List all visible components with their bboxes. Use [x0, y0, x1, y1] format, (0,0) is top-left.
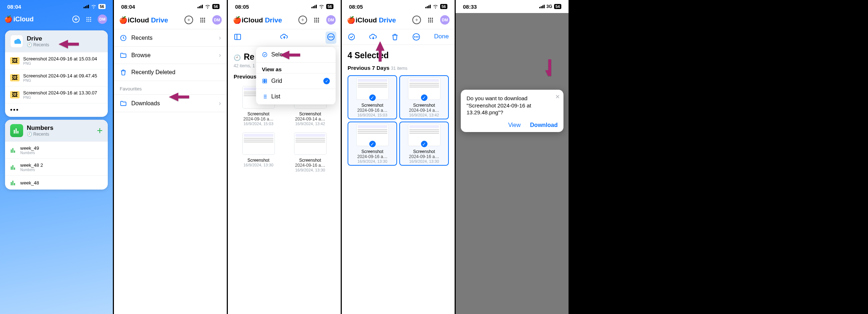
- wifi-icon: [91, 4, 97, 9]
- avatar[interactable]: DM: [440, 15, 450, 25]
- apps-grid-icon[interactable]: [314, 18, 319, 22]
- select-all-icon[interactable]: [348, 33, 356, 41]
- avatar[interactable]: DM: [98, 14, 107, 24]
- file-item-selected[interactable]: ✓Screenshot2024-09-16 a…16/9/2024, 13:30: [399, 122, 449, 166]
- signal-icon: [311, 5, 317, 8]
- svg-rect-8: [263, 79, 265, 81]
- icloud-drive-recents-screen: 08:05 56 🍎iCloud Drive ＋ DM 🕘 Re 42 item…: [228, 0, 342, 314]
- more-button[interactable]: [326, 31, 336, 44]
- apple-icon: 🍎: [4, 15, 12, 23]
- selected-check-icon: ✓: [369, 140, 376, 148]
- trash-icon[interactable]: [391, 33, 399, 41]
- more-icon[interactable]: [412, 33, 420, 41]
- wifi-icon: [205, 4, 210, 9]
- signal-icon: [84, 5, 89, 8]
- nav-recents[interactable]: Recents›: [114, 29, 227, 47]
- add-icon[interactable]: [72, 15, 80, 23]
- view-button[interactable]: View: [508, 122, 520, 128]
- clock-icon: 🕘: [27, 42, 32, 47]
- file-row[interactable]: week_48: [5, 175, 108, 190]
- folder-icon: [120, 100, 127, 107]
- dialog-message: Do you want to download "Screenshot 2024…: [467, 95, 558, 116]
- grid-view-option[interactable]: Grid✓: [256, 73, 336, 89]
- file-item-selected[interactable]: ✓Screenshot2024-09-16 a…16/9/2024, 13:30: [348, 122, 397, 166]
- grid-view-icon: [262, 78, 268, 84]
- apps-grid-icon[interactable]: [86, 17, 91, 22]
- file-item-selected[interactable]: ✓Screenshot2024-09-14 a…16/9/2024, 13:42: [399, 75, 449, 119]
- icloud-drive-selection-screen: 08:05 56 🍎iCloud Drive ＋ DM Done 4 Selec…: [342, 0, 456, 314]
- file-item-selected[interactable]: ✓Screenshot2024-09-16 a…16/9/2024, 15:03: [348, 75, 397, 119]
- page-title: 🍎iCloud Drive: [119, 16, 168, 24]
- plus-icon[interactable]: +: [97, 125, 103, 136]
- file-row[interactable]: 🖼Screenshot 2024-09-14 at 09.47.45PNG: [5, 69, 108, 86]
- apps-grid-icon[interactable]: [200, 18, 205, 22]
- clock-icon: [120, 34, 127, 42]
- battery-icon: 56: [98, 4, 106, 9]
- sidebar-icon[interactable]: [234, 33, 242, 41]
- checkmark-icon: ✓: [323, 78, 330, 84]
- nav-recently-deleted[interactable]: Recently Deleted: [114, 64, 227, 81]
- status-time: 08:05: [349, 4, 363, 10]
- svg-rect-10: [263, 81, 265, 83]
- icloud-drive-nav-screen: 08:04 56 🍎iCloud Drive ＋ DM Recents› Bro…: [114, 0, 228, 314]
- add-button[interactable]: ＋: [298, 16, 307, 24]
- trash-icon: [120, 69, 127, 76]
- viewas-label: View as: [256, 63, 336, 73]
- drive-header: 🍎iCloud Drive ＋ DM: [228, 11, 341, 29]
- done-button[interactable]: Done: [434, 33, 449, 41]
- status-time: 08:04: [121, 4, 135, 10]
- add-button[interactable]: ＋: [184, 16, 193, 24]
- file-row[interactable]: 🖼Screenshot 2024-09-16 at 13.30.07PNG: [5, 86, 108, 103]
- list-view-option[interactable]: List: [256, 89, 336, 105]
- chevron-right-icon: ›: [219, 99, 221, 107]
- file-item[interactable]: Screenshot2024-09-16 a…16/9/2024, 13:30: [285, 130, 335, 174]
- drive-card[interactable]: Drive 🕘Recents 🖼Screenshot 2024-09-16 at…: [5, 30, 108, 117]
- status-bar: 08:04 56: [0, 0, 113, 11]
- numbers-app-icon: [10, 124, 23, 137]
- image-file-icon: 🖼: [10, 74, 20, 81]
- download-icon[interactable]: [369, 33, 377, 41]
- battery-icon: 54: [554, 4, 561, 9]
- svg-point-7: [263, 52, 267, 57]
- drive-subtitle: 🕘Recents: [27, 42, 49, 47]
- numbers-subtitle: 🕘Recents: [27, 132, 54, 137]
- status-bar: 08:05 56: [228, 0, 341, 11]
- more-dots[interactable]: •••: [5, 103, 108, 117]
- tutorial-arrow: [374, 41, 386, 64]
- chart-icon: [10, 147, 17, 153]
- selected-check-icon: ✓: [420, 94, 428, 102]
- download-button[interactable]: Download: [530, 122, 558, 128]
- svg-point-15: [416, 37, 417, 37]
- status-bar: 08:05 56: [342, 0, 455, 11]
- signal-icon: [425, 5, 431, 8]
- signal-icon: [197, 5, 203, 8]
- file-row[interactable]: 🖼Screenshot 2024-09-16 at 15.03.04PNG: [5, 52, 108, 69]
- avatar[interactable]: DM: [326, 15, 336, 25]
- nav-browse[interactable]: Browse›: [114, 47, 227, 64]
- file-item[interactable]: Screenshot16/9/2024, 13:30: [234, 130, 283, 174]
- chart-icon: [10, 179, 17, 186]
- subsection-row: Previous 7 Days 31 items: [342, 62, 455, 75]
- image-file-icon: 🖼: [10, 91, 20, 98]
- upload-icon[interactable]: [280, 33, 288, 41]
- svg-point-14: [414, 37, 415, 37]
- avatar[interactable]: DM: [212, 15, 222, 25]
- close-icon[interactable]: ✕: [555, 93, 560, 100]
- file-row[interactable]: week_49Numbers: [5, 141, 108, 158]
- file-thumbnail: ✓: [356, 124, 389, 146]
- tutorial-arrow: [540, 54, 551, 77]
- clock-icon: 🕘: [27, 132, 32, 137]
- drive-header: 🍎iCloud Drive ＋ DM: [114, 11, 227, 29]
- add-button[interactable]: ＋: [412, 16, 421, 24]
- status-time: 08:33: [463, 4, 477, 10]
- numbers-card[interactable]: Numbers 🕘Recents + week_49Numbers week_4…: [5, 120, 108, 190]
- selected-check-icon: ✓: [369, 94, 376, 102]
- wifi-icon: [433, 4, 438, 9]
- drive-header: 🍎iCloud Drive ＋ DM: [342, 11, 455, 29]
- file-thumbnail: ✓: [408, 77, 441, 100]
- folder-icon: [120, 52, 127, 59]
- network-label: 3G: [546, 4, 552, 9]
- apps-grid-icon[interactable]: [428, 18, 433, 22]
- file-thumbnail: ✓: [356, 77, 389, 100]
- file-row[interactable]: week_48 2Numbers: [5, 158, 108, 175]
